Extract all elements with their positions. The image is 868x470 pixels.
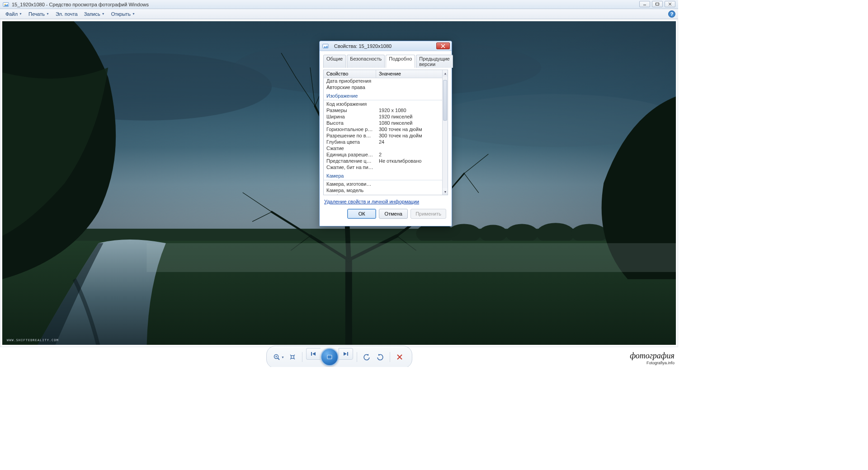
maximize-button[interactable]: [652, 1, 663, 7]
tab-details[interactable]: Подробно: [386, 55, 415, 68]
col-value[interactable]: Значение: [376, 70, 448, 78]
svg-rect-29: [327, 355, 331, 358]
scroll-down-icon[interactable]: ▼: [443, 188, 448, 195]
scroll-up-icon[interactable]: ▲: [443, 70, 448, 76]
zoom-button[interactable]: ▼: [273, 351, 285, 363]
scroll-thumb[interactable]: [443, 80, 447, 121]
menu-email[interactable]: Эл. почта: [53, 10, 80, 18]
svg-point-13: [447, 224, 481, 243]
photo-watermark-left: WWW.SHIFTEDREALITY.COM: [7, 338, 59, 342]
tab-security[interactable]: Безопасность: [347, 55, 385, 68]
table-row[interactable]: Дата приобретения: [324, 78, 442, 85]
properties-dialog: Свойства: 15_1920x1080 Общие Безопасност…: [319, 41, 452, 226]
col-property[interactable]: Свойство: [324, 70, 376, 78]
tab-general[interactable]: Общие: [323, 55, 346, 68]
section-image: Изображение: [324, 92, 442, 100]
next-button[interactable]: [339, 348, 353, 360]
rotate-ccw-button[interactable]: [361, 351, 373, 363]
table-row[interactable]: Ширина1920 пикселей: [324, 114, 442, 120]
table-row[interactable]: Разрешение по вертикали300 точек на дюйм: [324, 133, 442, 139]
app-icon: [3, 1, 9, 8]
slideshow-button[interactable]: [321, 348, 339, 366]
svg-point-14: [479, 225, 508, 242]
close-button[interactable]: [665, 1, 675, 7]
section-camera: Камера: [324, 172, 442, 180]
titlebar: 15_1920x1080 - Средство просмотра фотогр…: [0, 0, 678, 9]
table-row[interactable]: Единица разрешения2: [324, 152, 442, 158]
delete-button[interactable]: [394, 351, 406, 363]
dialog-close-button[interactable]: [436, 42, 450, 49]
table-row[interactable]: Код изображения: [324, 101, 442, 108]
menubar: Файл▼ Печать▼ Эл. почта Запись▼ Открыть▼…: [0, 9, 678, 19]
menu-burn[interactable]: Запись▼: [81, 10, 108, 18]
table-row[interactable]: Авторские права: [324, 85, 442, 91]
table-row[interactable]: Представление цветаНе откалибровано: [324, 158, 442, 164]
separator: [302, 352, 302, 362]
svg-rect-30: [347, 352, 348, 356]
menu-file[interactable]: Файл▼: [3, 10, 25, 18]
separator: [357, 352, 357, 362]
table-row[interactable]: Размеры1920 x 1080: [324, 108, 442, 114]
table-row[interactable]: Высота1080 пикселей: [324, 120, 442, 127]
table-row[interactable]: Камера, изготовитель: [324, 181, 442, 188]
fit-button[interactable]: [287, 351, 298, 363]
window-title: 15_1920x1080 - Средство просмотра фотогр…: [12, 2, 149, 7]
svg-point-17: [571, 224, 608, 243]
svg-point-15: [505, 224, 538, 243]
control-bar: ▼: [266, 346, 412, 367]
help-button[interactable]: ?: [668, 10, 675, 18]
dialog-title: Свойства: 15_1920x1080: [334, 43, 392, 49]
dialog-icon: [322, 43, 329, 49]
svg-line-23: [278, 358, 280, 360]
table-row[interactable]: Диафрагма: [324, 194, 442, 195]
scrollbar[interactable]: ▲ ▼: [442, 70, 448, 195]
table-row[interactable]: Сжатие: [324, 146, 442, 152]
svg-rect-27: [311, 352, 312, 356]
svg-rect-21: [146, 243, 676, 272]
menu-open[interactable]: Открыть▼: [108, 10, 138, 18]
bottom-toolbar: ▼: [0, 347, 678, 367]
dialog-titlebar[interactable]: Свойства: 15_1920x1080: [320, 41, 452, 51]
cancel-button[interactable]: Отмена: [379, 209, 408, 219]
table-row[interactable]: Сжатие, бит на пиксель: [324, 164, 442, 171]
minimize-button[interactable]: [639, 1, 650, 7]
separator: [390, 352, 390, 362]
properties-table: Свойство Значение Дата приобретения Авто…: [323, 70, 448, 195]
window-controls: [639, 1, 675, 7]
previous-button[interactable]: [306, 348, 321, 360]
table-row[interactable]: Горизонтальное разреше...300 точек на дю…: [324, 127, 442, 133]
menu-print[interactable]: Печать▼: [26, 10, 52, 18]
ok-button[interactable]: ОК: [347, 209, 376, 219]
dialog-tabs: Общие Безопасность Подробно Предыдущие в…: [323, 55, 448, 68]
tab-versions[interactable]: Предыдущие версии: [416, 55, 453, 68]
page-watermark: фотография Fotografiya.info: [630, 351, 675, 365]
rotate-cw-button[interactable]: [374, 351, 386, 363]
table-row[interactable]: Глубина цвета24: [324, 139, 442, 146]
svg-rect-3: [656, 3, 659, 5]
apply-button[interactable]: Применить: [410, 209, 446, 219]
table-row[interactable]: Камера, модель: [324, 188, 442, 194]
svg-rect-26: [291, 356, 294, 358]
remove-properties-link[interactable]: Удаление свойств и личной информации: [324, 199, 419, 204]
